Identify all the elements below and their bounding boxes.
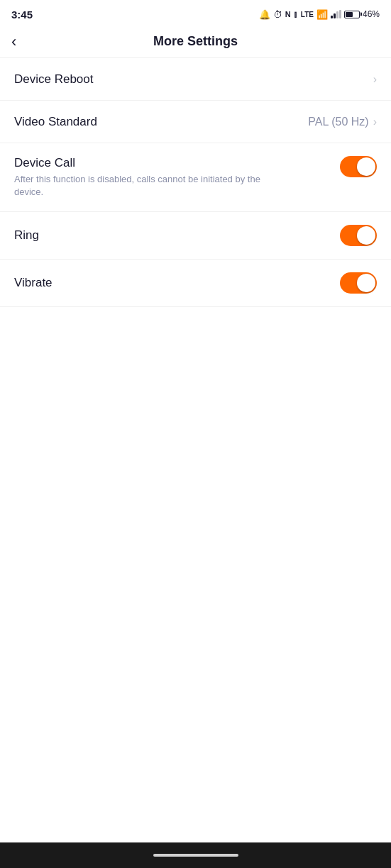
device-call-item: Device Call After this function is disab… [0,143,391,212]
device-call-toggle-knob [357,157,375,176]
device-reboot-label: Device Reboot [14,72,94,86]
status-time: 3:45 [11,9,33,21]
vibrate-item: Vibrate [0,260,391,307]
lte-icon: LTE [301,11,314,18]
voip-icon: ⏱ [273,9,282,20]
settings-list: Device Reboot › Video Standard PAL (50 H… [0,58,391,307]
wifi-icon: 📶 [316,9,328,20]
vibrate-toggle[interactable] [340,272,377,294]
ring-toggle-knob [357,226,375,245]
signal-icon: ⫿ [294,10,298,18]
home-indicator [153,854,238,857]
video-standard-item[interactable]: Video Standard PAL (50 Hz) › [0,101,391,143]
signal-bars [331,10,341,18]
battery-icon [344,11,360,18]
ring-item: Ring [0,212,391,260]
ring-label: Ring [14,228,39,242]
status-bar: 3:45 🔔 ⏱ N ⫿ LTE 📶 46% [0,0,391,26]
device-reboot-item[interactable]: Device Reboot › [0,58,391,101]
device-call-sublabel: After this function is disabled, calls c… [14,173,284,199]
ring-toggle[interactable] [340,225,377,246]
status-icons: 🔔 ⏱ N ⫿ LTE 📶 46% [259,9,380,20]
video-standard-value: PAL (50 Hz) [308,116,368,128]
bottom-bar [0,842,391,868]
video-standard-label: Video Standard [14,115,97,128]
video-standard-chevron: › [373,116,377,128]
device-call-toggle[interactable] [340,156,377,177]
notification-icon: 🔔 [259,9,270,20]
back-button[interactable]: ‹ [11,34,16,50]
vibrate-label: Vibrate [14,276,53,289]
vibrate-toggle-knob [357,274,375,292]
device-reboot-chevron: › [373,73,377,86]
header: ‹ More Settings [0,26,391,58]
page-title: More Settings [153,34,238,49]
device-call-label: Device Call [14,156,75,169]
battery-percentage: 46% [363,9,380,19]
nfc-icon: N [285,10,291,18]
